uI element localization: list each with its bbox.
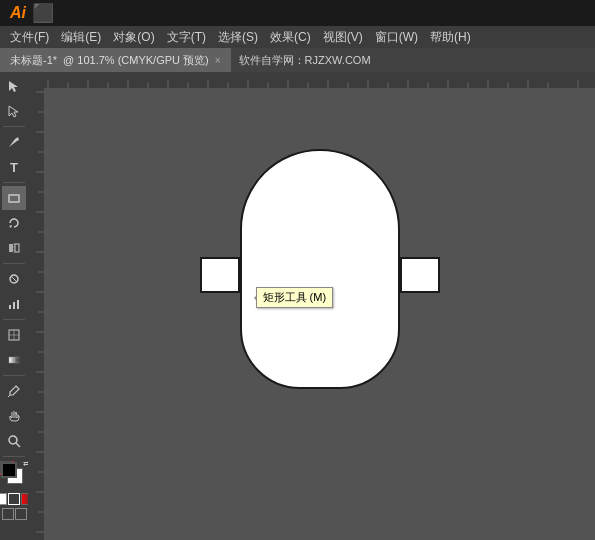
svg-point-17 <box>9 436 17 444</box>
vertical-ruler <box>28 72 44 540</box>
no-fill-btn[interactable] <box>21 493 28 505</box>
svg-rect-21 <box>28 72 595 88</box>
headphone-body-shape[interactable] <box>240 149 400 389</box>
menu-object[interactable]: 对象(O) <box>107 26 160 48</box>
selection-tool-btn[interactable] <box>2 74 26 98</box>
ear-left-shape[interactable] <box>200 257 240 293</box>
stroke-btn[interactable] <box>8 493 20 505</box>
menu-help[interactable]: 帮助(H) <box>424 26 477 48</box>
horizontal-ruler <box>28 72 595 88</box>
ear-right-shape[interactable] <box>400 257 440 293</box>
toolbar-sep-1 <box>3 126 25 127</box>
canvas-content: 矩形工具 (M) <box>44 88 595 540</box>
svg-rect-49 <box>28 72 44 540</box>
hand-tool-btn[interactable] <box>2 404 26 428</box>
svg-rect-4 <box>9 244 13 252</box>
zoom-tool-btn[interactable] <box>2 429 26 453</box>
svg-line-18 <box>16 443 20 447</box>
tab-bar: 未标题-1* @ 101.7% (CMYK/GPU 预览) × 软件自学网：RJ… <box>0 48 595 72</box>
svg-marker-0 <box>9 81 18 92</box>
menu-effect[interactable]: 效果(C) <box>264 26 317 48</box>
toolbar-sep-5 <box>3 375 25 376</box>
svg-rect-5 <box>15 244 19 252</box>
svg-line-8 <box>11 276 17 282</box>
title-bar-icon: ⬛ <box>32 2 54 24</box>
ai-logo: Ai <box>4 1 32 25</box>
screen-mode-btn2[interactable] <box>15 508 27 520</box>
warp-tool-btn[interactable] <box>2 267 26 291</box>
tab-info: @ 101.7% (CMYK/GPU 预览) <box>63 53 209 68</box>
menu-select[interactable]: 选择(S) <box>212 26 264 48</box>
active-tab[interactable]: 未标题-1* @ 101.7% (CMYK/GPU 预览) × <box>0 48 231 72</box>
svg-line-16 <box>8 395 10 397</box>
main-area: T <box>0 72 595 540</box>
tab-filename: 未标题-1* <box>10 53 57 68</box>
mesh-tool-btn[interactable] <box>2 323 26 347</box>
toolbar-sep-3 <box>3 263 25 264</box>
svg-rect-15 <box>9 357 19 363</box>
menu-bar: 文件(F) 编辑(E) 对象(O) 文字(T) 选择(S) 效果(C) 视图(V… <box>0 26 595 48</box>
direct-selection-btn[interactable] <box>2 99 26 123</box>
foreground-swatch[interactable] <box>1 462 17 478</box>
svg-marker-1 <box>9 106 18 117</box>
menu-file[interactable]: 文件(F) <box>4 26 55 48</box>
rotate-tool-btn[interactable] <box>2 211 26 235</box>
menu-window[interactable]: 窗口(W) <box>369 26 424 48</box>
view-mode-row <box>2 508 27 520</box>
tab-suffix-text: 软件自学网：RJZXW.COM <box>231 53 379 68</box>
svg-rect-10 <box>13 302 15 309</box>
fill-stroke-row <box>0 493 28 505</box>
eyedropper-tool-btn[interactable] <box>2 379 26 403</box>
menu-text[interactable]: 文字(T) <box>161 26 212 48</box>
fill-btn[interactable] <box>0 493 7 505</box>
menu-view[interactable]: 视图(V) <box>317 26 369 48</box>
left-toolbar: T <box>0 72 28 540</box>
color-swatches[interactable]: ⇄ <box>1 462 27 488</box>
svg-rect-11 <box>17 300 19 309</box>
toolbar-sep-6 <box>3 456 25 457</box>
pen-tool-btn[interactable] <box>2 130 26 154</box>
tab-close-button[interactable]: × <box>215 55 221 66</box>
svg-marker-3 <box>9 225 12 228</box>
tooltip-text: 矩形工具 (M) <box>263 291 327 303</box>
svg-rect-9 <box>9 305 11 309</box>
title-bar: Ai ⬛ <box>0 0 595 26</box>
graph-tool-btn[interactable] <box>2 292 26 316</box>
toolbar-sep-4 <box>3 319 25 320</box>
svg-rect-2 <box>9 195 19 202</box>
gradient-tool-btn[interactable] <box>2 348 26 372</box>
rectangle-tool-tooltip: 矩形工具 (M) <box>256 287 334 308</box>
screen-mode-btn[interactable] <box>2 508 14 520</box>
toolbar-sep-2 <box>3 182 25 183</box>
rectangle-tool-btn[interactable] <box>2 186 26 210</box>
artwork-container: 矩形工具 (M) <box>170 109 470 489</box>
type-tool-btn[interactable]: T <box>2 155 26 179</box>
menu-edit[interactable]: 编辑(E) <box>55 26 107 48</box>
reflect-tool-btn[interactable] <box>2 236 26 260</box>
canvas-area[interactable]: 矩形工具 (M) <box>28 72 595 540</box>
